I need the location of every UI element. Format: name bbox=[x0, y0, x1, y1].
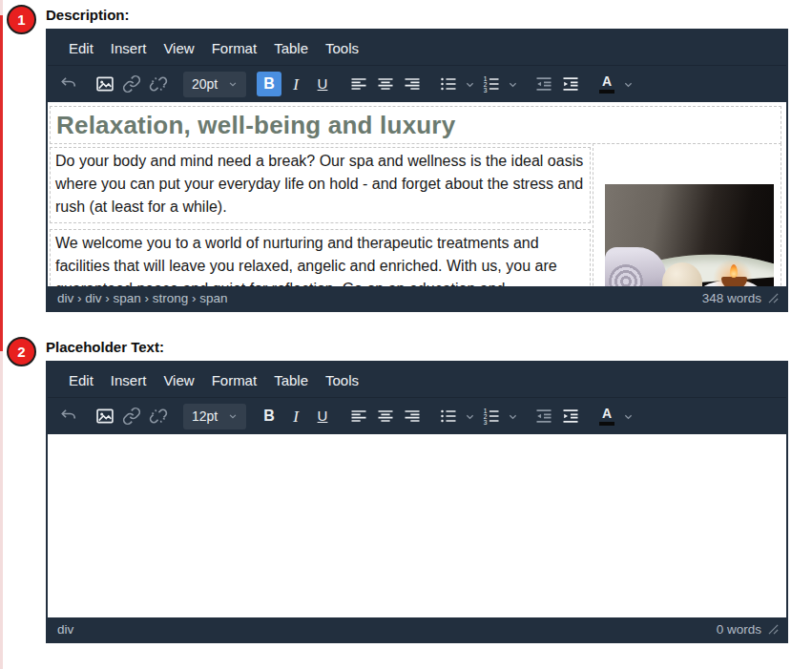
numbered-list-button[interactable] bbox=[479, 72, 504, 96]
rich-text-editor-description: Edit Insert View Format Table Tools 20pt… bbox=[46, 29, 788, 312]
editor-content-area[interactable]: Relaxation, well-being and luxury Do you… bbox=[48, 102, 786, 286]
font-size-value: 20pt bbox=[192, 76, 218, 92]
text-color-swatch bbox=[599, 90, 614, 94]
editor-toolbar: 12pt B I U A bbox=[48, 397, 786, 434]
align-right-icon bbox=[403, 74, 422, 94]
editor-statusbar: div › div › span › strong › span 348 wor… bbox=[48, 286, 786, 310]
menu-tools[interactable]: Tools bbox=[317, 366, 367, 394]
numbered-list-button[interactable] bbox=[479, 404, 504, 429]
menu-insert[interactable]: Insert bbox=[102, 34, 156, 62]
align-center-icon bbox=[376, 74, 395, 94]
chevron-down-icon bbox=[226, 409, 239, 423]
menu-edit[interactable]: Edit bbox=[60, 366, 102, 394]
underline-button[interactable]: U bbox=[310, 404, 335, 429]
editor-menubar: Edit Insert View Format Table Tools bbox=[48, 363, 786, 397]
text-color-button[interactable]: A bbox=[594, 72, 619, 96]
word-count[interactable]: 0 words bbox=[717, 622, 761, 637]
menu-view[interactable]: View bbox=[155, 366, 202, 394]
indent-button[interactable] bbox=[558, 404, 583, 429]
align-right-button[interactable] bbox=[400, 404, 425, 429]
undo-button[interactable] bbox=[56, 72, 81, 96]
word-count[interactable]: 348 words bbox=[702, 291, 761, 305]
image-icon bbox=[95, 74, 115, 94]
element-path[interactable]: div bbox=[57, 622, 73, 637]
content-paragraph: Do your body and mind need a break? Our … bbox=[50, 147, 591, 223]
align-left-button[interactable] bbox=[346, 72, 371, 96]
menu-table[interactable]: Table bbox=[265, 34, 317, 62]
insert-link-button[interactable] bbox=[119, 404, 144, 429]
text-color-button[interactable]: A bbox=[594, 404, 619, 429]
text-color-swatch bbox=[599, 422, 614, 426]
chevron-down-icon[interactable] bbox=[621, 409, 635, 424]
underline-button[interactable]: U bbox=[310, 72, 335, 96]
editor-statusbar: div 0 words bbox=[48, 617, 786, 641]
bullet-list-icon bbox=[439, 407, 458, 426]
chevron-down-icon bbox=[226, 77, 239, 91]
italic-button[interactable]: I bbox=[283, 72, 308, 96]
menu-view[interactable]: View bbox=[155, 34, 202, 62]
indent-icon bbox=[561, 74, 580, 94]
unlink-icon bbox=[149, 407, 168, 426]
bold-button[interactable]: B bbox=[257, 72, 281, 96]
outdent-button[interactable] bbox=[531, 72, 556, 96]
bullet-list-button[interactable] bbox=[436, 72, 461, 96]
resize-handle-icon[interactable] bbox=[768, 624, 779, 635]
insert-image-button[interactable] bbox=[93, 404, 117, 429]
font-size-select[interactable]: 12pt bbox=[183, 404, 246, 429]
menu-edit[interactable]: Edit bbox=[60, 34, 102, 62]
menu-format[interactable]: Format bbox=[203, 34, 266, 62]
content-paragraph: We welcome you to a world of nurturing a… bbox=[50, 229, 591, 286]
remove-link-button[interactable] bbox=[146, 404, 171, 429]
step-badge-2: 2 bbox=[7, 337, 36, 366]
undo-icon bbox=[59, 74, 78, 94]
remove-link-button[interactable] bbox=[146, 72, 171, 96]
unlink-icon bbox=[149, 74, 168, 94]
menu-tools[interactable]: Tools bbox=[317, 34, 367, 62]
annotation-connector-line bbox=[0, 15, 3, 351]
placeholder-field-label: Placeholder Text: bbox=[46, 339, 164, 355]
outdent-icon bbox=[534, 407, 553, 426]
chevron-down-icon[interactable] bbox=[463, 409, 477, 424]
editor-toolbar: 20pt B I U A bbox=[48, 65, 786, 102]
chevron-down-icon[interactable] bbox=[506, 409, 520, 424]
menu-insert[interactable]: Insert bbox=[102, 366, 156, 394]
insert-image-button[interactable] bbox=[93, 72, 117, 96]
image-block[interactable] bbox=[593, 143, 781, 286]
outdent-button[interactable] bbox=[531, 404, 556, 429]
align-center-button[interactable] bbox=[373, 72, 398, 96]
align-right-button[interactable] bbox=[400, 72, 425, 96]
align-left-icon bbox=[349, 74, 368, 94]
link-icon bbox=[122, 407, 141, 426]
align-right-icon bbox=[403, 407, 422, 426]
undo-button[interactable] bbox=[56, 404, 81, 429]
rich-text-editor-placeholder: Edit Insert View Format Table Tools 12pt… bbox=[46, 361, 788, 643]
bullet-list-button[interactable] bbox=[436, 404, 461, 429]
insert-link-button[interactable] bbox=[119, 72, 144, 96]
align-left-icon bbox=[349, 407, 368, 426]
indent-icon bbox=[561, 407, 580, 426]
font-size-select[interactable]: 20pt bbox=[183, 72, 246, 97]
element-path[interactable]: div › div › span › strong › span bbox=[57, 291, 228, 305]
bold-button[interactable]: B bbox=[257, 404, 281, 429]
step-badge-1: 1 bbox=[7, 5, 36, 34]
description-field-label: Description: bbox=[46, 7, 130, 23]
numbered-list-icon bbox=[482, 74, 501, 94]
editor-menubar: Edit Insert View Format Table Tools bbox=[48, 31, 786, 65]
heading-block: Relaxation, well-being and luxury bbox=[50, 106, 781, 144]
align-center-icon bbox=[376, 407, 395, 426]
align-left-button[interactable] bbox=[346, 404, 371, 429]
chevron-down-icon[interactable] bbox=[621, 77, 635, 92]
candle bbox=[721, 277, 747, 286]
align-center-button[interactable] bbox=[373, 404, 398, 429]
font-size-value: 12pt bbox=[192, 408, 218, 424]
menu-table[interactable]: Table bbox=[265, 366, 317, 394]
chevron-down-icon[interactable] bbox=[463, 77, 477, 92]
chevron-down-icon[interactable] bbox=[506, 77, 520, 92]
menu-format[interactable]: Format bbox=[203, 366, 266, 394]
indent-button[interactable] bbox=[558, 72, 583, 96]
editor-content-area[interactable] bbox=[48, 434, 786, 617]
bullet-list-icon bbox=[439, 74, 458, 94]
resize-handle-icon[interactable] bbox=[768, 293, 779, 303]
spa-photo[interactable] bbox=[605, 184, 774, 286]
italic-button[interactable]: I bbox=[283, 404, 308, 429]
